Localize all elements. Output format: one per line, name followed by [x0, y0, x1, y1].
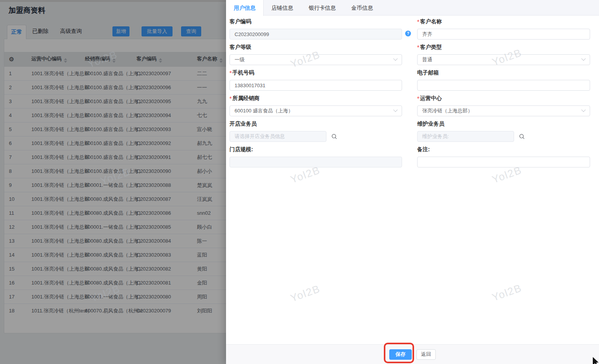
field-maintain-salesman: 维护业务员维护业务员:	[417, 120, 590, 142]
chevron-down-icon	[581, 57, 585, 61]
field-remark: 备注:	[417, 146, 590, 167]
required-asterisk: *	[230, 70, 231, 76]
field-label: *手机号码	[230, 69, 402, 77]
customer-level-select[interactable]: 一级	[230, 54, 402, 65]
field-label: 电子邮箱	[417, 69, 590, 77]
field-label: *客户类型	[417, 43, 590, 51]
user-info-form: 客户编码C20230200099?*客户名称齐齐客户等级一级*客户类型普通*手机…	[226, 16, 599, 344]
edit-drawer: 用户信息店铺信息银行卡信息金币信息 客户编码C20230200099?*客户名称…	[226, 0, 599, 364]
remark-input[interactable]	[417, 157, 590, 167]
drawer-tab-3[interactable]: 金币信息	[344, 0, 381, 16]
field-customer-type: *客户类型普通	[417, 43, 590, 65]
drawer-tab-bar: 用户信息店铺信息银行卡信息金币信息	[226, 0, 599, 16]
field-customer-level: 客户等级一级	[230, 43, 402, 65]
drawer-tab-2[interactable]: 银行卡信息	[301, 0, 344, 16]
field-label: *所属经销商	[230, 95, 402, 102]
back-button[interactable]: 返回	[416, 349, 436, 360]
field-label: 客户等级	[230, 43, 402, 51]
mobile-number-input[interactable]: 13830017031	[230, 80, 402, 91]
field-label: 维护业务员	[417, 120, 590, 128]
operation-center-select[interactable]: 张亮冷链（上海总部）	[417, 105, 590, 116]
customer-type-select[interactable]: 普通	[417, 54, 590, 65]
required-asterisk: *	[230, 95, 231, 102]
field-customer-name: *客户名称齐齐	[417, 18, 590, 40]
field-mobile-number: *手机号码13830017031	[230, 69, 402, 91]
chevron-down-icon	[581, 108, 585, 112]
customer-code-input: C20230200099	[230, 29, 402, 40]
field-label: *运营中心	[417, 95, 590, 102]
required-asterisk: *	[417, 95, 419, 102]
drawer-tab-1[interactable]: 店铺信息	[264, 0, 301, 16]
field-label: *客户名称	[417, 18, 590, 26]
required-asterisk: *	[417, 19, 419, 25]
search-icon[interactable]	[331, 133, 338, 140]
maintain-salesman-input: 维护业务员:	[417, 131, 514, 142]
drawer-tab-0[interactable]: 用户信息	[226, 0, 264, 16]
required-asterisk: *	[417, 44, 419, 50]
field-operation-center: *运营中心张亮冷链（上海总部）	[417, 95, 590, 116]
chevron-down-icon	[393, 57, 397, 61]
field-label: 门店规模:	[230, 146, 402, 154]
field-label: 开店业务员	[230, 120, 402, 128]
field-store-scale: 门店规模:	[230, 146, 402, 167]
field-label: 客户编码	[230, 18, 402, 26]
search-icon[interactable]	[519, 133, 525, 140]
field-email: 电子邮箱	[417, 69, 590, 91]
field-dealer: *所属经销商600100 盛言食品（上海）	[230, 95, 402, 116]
store-scale-input	[230, 157, 402, 167]
drawer-footer: 保存 返回	[226, 344, 599, 364]
customer-name-input[interactable]: 齐齐	[417, 29, 590, 40]
dealer-select[interactable]: 600100 盛言食品（上海）	[230, 105, 402, 116]
question-mark-icon[interactable]: ?	[405, 31, 411, 36]
field-open-salesman: 开店业务员请选择开店业务员信息	[230, 120, 402, 142]
chevron-down-icon	[393, 108, 397, 112]
email-input[interactable]	[417, 80, 590, 91]
save-button[interactable]: 保存	[389, 349, 412, 360]
franchisee-page: 加盟商资料 正常 已删除 高级查询 新增 批量导入 查询 ⚙ 运营中心编码经销商…	[0, 0, 599, 364]
open-salesman-input: 请选择开店业务员信息	[230, 131, 326, 142]
field-label: 备注:	[417, 146, 590, 154]
field-customer-code: 客户编码C20230200099?	[230, 18, 402, 40]
